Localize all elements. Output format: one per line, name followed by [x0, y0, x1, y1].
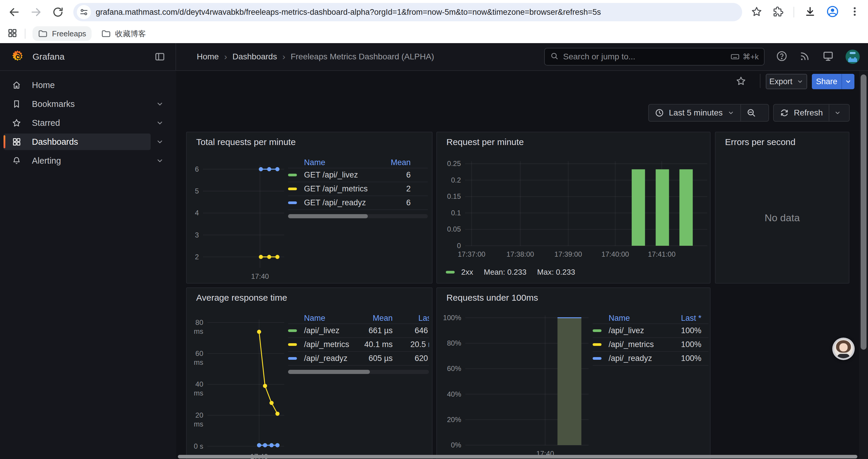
- series-name[interactable]: /api/_livez: [304, 326, 357, 335]
- search-field[interactable]: [563, 52, 726, 61]
- legend-header-name[interactable]: Name: [609, 314, 666, 323]
- grafana-logo[interactable]: [10, 49, 25, 65]
- breadcrumb-dashboards[interactable]: Dashboards: [232, 52, 277, 61]
- legend-inline[interactable]: 2xx Mean: 0.233 Max: 0.233: [446, 268, 575, 277]
- legend-header-mean[interactable]: Mean: [357, 314, 393, 323]
- share-menu-button[interactable]: [841, 74, 855, 89]
- series-color-swatch[interactable]: [288, 188, 297, 190]
- refresh-button[interactable]: Refresh: [774, 104, 829, 121]
- chevron-down-icon[interactable]: [151, 138, 169, 146]
- legend-row[interactable]: /api/_metrics 100%: [593, 338, 709, 352]
- panel-errors-per-second[interactable]: Errors per second No data: [715, 132, 849, 284]
- floating-assistant-avatar[interactable]: [832, 338, 855, 360]
- bookmark-label: Freeleaps: [52, 29, 86, 38]
- panel-average-response-time[interactable]: Average response time 80 ms60 ms40 ms20 …: [186, 287, 433, 459]
- legend-header-last[interactable]: Last *: [393, 314, 429, 323]
- series-name[interactable]: 2xx: [461, 268, 473, 277]
- series-name[interactable]: /api/_readyz: [304, 354, 357, 363]
- reload-icon[interactable]: [52, 6, 64, 19]
- vertical-scrollbar[interactable]: [861, 74, 867, 350]
- series-color-swatch[interactable]: [593, 329, 601, 332]
- series-name[interactable]: /api/_metrics: [609, 340, 666, 349]
- legend-scrollbar[interactable]: [288, 370, 429, 374]
- legend-row[interactable]: /api/_readyz 605 µs 620 µs: [288, 352, 429, 366]
- legend-header-mean[interactable]: Mean: [375, 158, 428, 167]
- series-name[interactable]: GET /api/_metrics: [304, 184, 375, 193]
- share-button[interactable]: Share: [812, 74, 841, 89]
- series-color-swatch[interactable]: [593, 357, 601, 360]
- back-icon[interactable]: [8, 6, 21, 19]
- zoom-out-button[interactable]: [741, 104, 762, 121]
- series-color-swatch[interactable]: [288, 343, 297, 346]
- legend-header-name[interactable]: Name: [304, 314, 357, 323]
- url-input[interactable]: [96, 8, 739, 17]
- sidebar-item-bookmarks[interactable]: Bookmarks: [0, 95, 169, 113]
- series-name[interactable]: GET /api/_livez: [304, 170, 375, 179]
- legend-row[interactable]: /api/_metrics 40.1 ms 20.5 ms: [288, 338, 429, 352]
- sidebar-item-home[interactable]: Home: [0, 76, 169, 95]
- legend-row[interactable]: GET /api/_livez 6: [288, 168, 428, 182]
- sidebar-item-dashboards[interactable]: Dashboards: [0, 132, 169, 151]
- series-color-swatch[interactable]: [288, 201, 297, 204]
- bar-chart: 0.250.20.150.10.05017:37:0017:38:0017:39…: [437, 132, 710, 283]
- legend-row[interactable]: GET /api/_metrics 2: [288, 182, 428, 196]
- bookmark-folder-freeleaps[interactable]: Freeleaps: [32, 26, 92, 41]
- series-name[interactable]: /api/_metrics: [304, 340, 357, 349]
- bookmarks-bar: Freeleaps 收藏博客: [0, 24, 868, 43]
- sidebar-item-alerting[interactable]: Alerting: [0, 151, 169, 170]
- horizontal-scrollbar[interactable]: [178, 455, 857, 458]
- panel-request-per-minute[interactable]: Request per minute 0.250.20.150.10.05017…: [436, 132, 711, 284]
- series-name[interactable]: /api/_readyz: [609, 354, 666, 363]
- legend-row[interactable]: /api/_readyz 100%: [593, 352, 709, 366]
- url-bar[interactable]: [73, 3, 742, 21]
- keyboard-shortcut: ⌘+k: [730, 52, 759, 61]
- brand-name: Grafana: [32, 52, 64, 62]
- download-icon[interactable]: [804, 6, 816, 19]
- news-rss-icon[interactable]: [799, 50, 811, 63]
- legend-scrollbar[interactable]: [288, 214, 428, 218]
- export-button[interactable]: Export: [766, 74, 807, 89]
- search-input[interactable]: ⌘+k: [544, 48, 765, 66]
- help-icon[interactable]: [776, 50, 788, 63]
- bookmark-star-icon[interactable]: [751, 6, 762, 18]
- forward-icon[interactable]: [30, 6, 42, 19]
- browser-menu-icon[interactable]: [849, 6, 860, 18]
- legend-header-name[interactable]: Name: [304, 158, 375, 167]
- profile-icon[interactable]: [826, 5, 839, 19]
- series-name[interactable]: /api/_livez: [609, 326, 666, 335]
- extensions-icon[interactable]: [772, 6, 783, 18]
- bookmark-icon: [12, 99, 21, 109]
- user-avatar[interactable]: [845, 50, 860, 64]
- series-color-swatch[interactable]: [593, 343, 601, 346]
- panel-title: Errors per second: [725, 137, 795, 147]
- series-color-swatch[interactable]: [288, 357, 297, 360]
- monitor-kiosk-icon[interactable]: [822, 50, 834, 64]
- legend-row[interactable]: /api/_livez 100%: [593, 324, 709, 338]
- series-color-swatch[interactable]: [288, 174, 297, 176]
- legend-row[interactable]: /api/_livez 661 µs 646 µs: [288, 324, 429, 338]
- apps-grid-icon[interactable]: [7, 28, 18, 40]
- nav-icons: [776, 50, 860, 64]
- bookmark-folder-blogs[interactable]: 收藏博客: [96, 26, 151, 41]
- panel-requests-under-100ms[interactable]: Requests under 100ms 100%80%60%40%20%0%1…: [436, 287, 711, 459]
- series-name[interactable]: GET /api/_readyz: [304, 198, 375, 207]
- chevron-down-icon[interactable]: [151, 157, 169, 165]
- sidebar-item-starred[interactable]: Starred: [0, 113, 169, 132]
- browser-actions: [751, 5, 860, 19]
- chevron-down-icon[interactable]: [151, 100, 169, 108]
- time-range-picker[interactable]: Last 5 minutes: [649, 104, 740, 121]
- breadcrumb-home[interactable]: Home: [197, 52, 219, 61]
- dashboard-star-icon[interactable]: [736, 76, 746, 88]
- refresh-interval-button[interactable]: [829, 104, 846, 121]
- avatar: [834, 339, 853, 358]
- chevron-down-icon[interactable]: [151, 119, 169, 127]
- legend-table: Name Last * /api/_livez 100% /api/_metri…: [593, 313, 709, 366]
- sidebar-toggle-icon[interactable]: [154, 51, 165, 62]
- legend-header: Name Last *: [593, 313, 709, 324]
- bell-icon: [12, 156, 21, 165]
- site-settings-icon[interactable]: [77, 5, 91, 19]
- series-color-swatch[interactable]: [288, 329, 297, 332]
- panel-total-requests[interactable]: Total requests per minute 6543217:40 Nam…: [186, 132, 433, 284]
- legend-row[interactable]: GET /api/_readyz 6: [288, 196, 428, 210]
- legend-header-last[interactable]: Last *: [666, 314, 709, 323]
